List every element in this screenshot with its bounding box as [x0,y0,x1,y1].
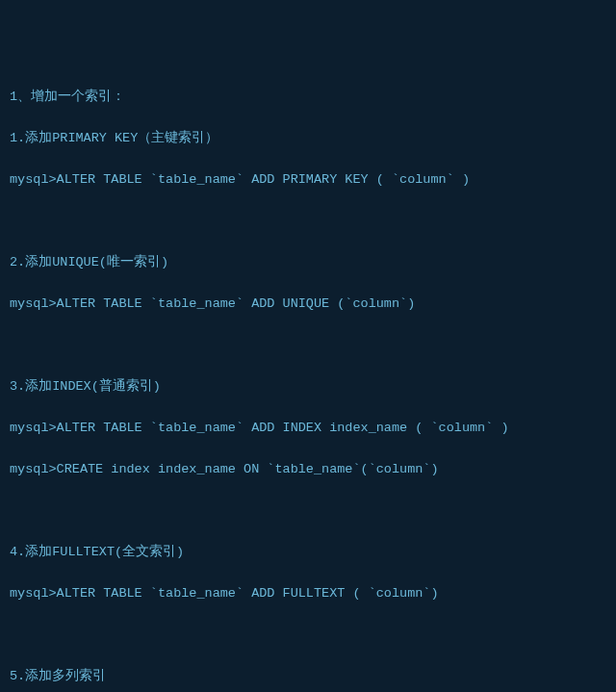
blank-line [10,211,606,232]
code-line: 1.添加PRIMARY KEY（主键索引） [10,128,606,149]
code-line: 2.添加UNIQUE(唯一索引) [10,252,606,273]
code-line: 5.添加多列索引 [10,666,606,687]
code-line: mysql>ALTER TABLE `table_name` ADD INDEX… [10,418,606,439]
blank-line [10,335,606,356]
code-line: 1、增加一个索引： [10,87,606,108]
code-line: 3.添加INDEX(普通索引) [10,376,606,397]
code-line: 4.添加FULLTEXT(全文索引) [10,542,606,563]
code-line: mysql>ALTER TABLE `table_name` ADD UNIQU… [10,294,606,315]
code-line: mysql>ALTER TABLE `table_name` ADD PRIMA… [10,169,606,191]
blank-line [10,500,606,522]
blank-line [10,625,606,646]
code-line: mysql>ALTER TABLE `table_name` ADD FULLT… [10,583,606,604]
code-line: mysql>CREATE index index_name ON `table_… [10,459,606,480]
